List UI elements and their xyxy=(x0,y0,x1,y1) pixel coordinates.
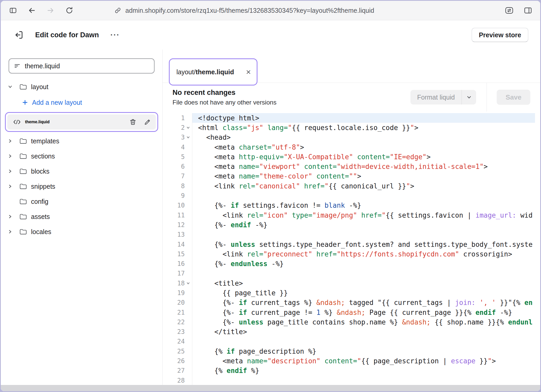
code-line-20[interactable]: {%- if current_tags %} &ndash; tagged "{… xyxy=(192,298,535,308)
code-line-26[interactable]: <meta name="description" content="{{ pag… xyxy=(192,356,535,366)
line-number: 1 xyxy=(181,114,185,122)
tree-item-config[interactable]: config xyxy=(1,194,162,209)
code-line-15[interactable]: <link rel="preconnect" href="https://fon… xyxy=(192,249,535,259)
tree-item-locales[interactable]: locales xyxy=(1,224,162,239)
fold-toggle-icon[interactable] xyxy=(185,123,192,132)
code-line-3[interactable]: <head> xyxy=(192,133,535,142)
code-line-23[interactable]: </title> xyxy=(192,327,535,337)
code-line-8[interactable]: <link rel="canonical" href="{{ canonical… xyxy=(192,181,535,191)
line-number: 17 xyxy=(177,270,185,277)
fold-spacer xyxy=(185,356,192,366)
fold-spacer xyxy=(185,172,192,181)
file-sidebar: layoutAdd a new layouttheme.liquidtempla… xyxy=(1,50,163,385)
tab-theme-liquid[interactable]: layout/theme.liquid × xyxy=(176,68,251,76)
code-line-16[interactable]: {%- endunless -%} xyxy=(192,259,535,268)
tab-close-icon[interactable]: × xyxy=(246,68,251,76)
code-line-4[interactable]: <meta charset="utf-8"> xyxy=(192,142,535,152)
tree-item-label: blocks xyxy=(31,168,50,175)
file-search-input[interactable] xyxy=(25,62,149,70)
tree-item-label: sections xyxy=(31,152,55,160)
save-button[interactable]: Save xyxy=(497,90,530,105)
fold-spacer xyxy=(185,288,192,298)
code-line-10[interactable]: {%- if settings.favicon != blank -%} xyxy=(192,201,535,210)
code-line-21[interactable]: {%- if current_page != 1 %} &ndash; Page… xyxy=(192,308,535,317)
back-button[interactable] xyxy=(26,4,38,16)
folder-icon xyxy=(20,138,27,144)
tree-item-templates[interactable]: templates xyxy=(1,133,162,149)
line-number: 4 xyxy=(181,144,185,151)
chevron-down-icon xyxy=(8,84,20,89)
line-number: 23 xyxy=(177,328,185,335)
code-line-19[interactable]: {{ page_title }} xyxy=(192,288,535,298)
code-line-9[interactable] xyxy=(192,191,535,200)
filter-icon xyxy=(14,63,21,69)
split-view-button[interactable] xyxy=(522,4,534,16)
line-number: 27 xyxy=(177,367,185,374)
fold-spacer xyxy=(185,298,192,308)
line-number: 9 xyxy=(181,192,185,199)
code-icon xyxy=(13,119,21,125)
code-line-13[interactable] xyxy=(192,230,535,240)
code-line-7[interactable]: <meta name="theme-color" content=""> xyxy=(192,172,535,181)
line-number: 19 xyxy=(177,289,185,297)
code-line-17[interactable] xyxy=(192,269,535,278)
exit-editor-button[interactable] xyxy=(13,29,25,41)
tree-item-sections[interactable]: sections xyxy=(1,149,162,164)
format-liquid-button[interactable]: Format liquid xyxy=(410,90,476,105)
file-search-box[interactable] xyxy=(9,58,155,74)
page-tools-button[interactable] xyxy=(503,4,515,16)
code-line-6[interactable]: <meta name="viewport" content="width=dev… xyxy=(192,162,535,171)
reload-button[interactable] xyxy=(63,4,75,16)
browser-chrome-right xyxy=(503,4,534,16)
fold-toggle-icon[interactable] xyxy=(185,133,192,142)
code-line-12[interactable]: {%- endif -%} xyxy=(192,220,535,230)
line-number: 6 xyxy=(181,163,185,170)
url-bar[interactable]: admin.shopify.com/store/rzq1xu-f5/themes… xyxy=(114,7,374,14)
preview-store-button[interactable]: Preview store xyxy=(472,28,528,42)
code-line-11[interactable]: <link rel="icon" type="image/png" href="… xyxy=(192,210,535,220)
page-tools-icon xyxy=(505,7,513,14)
code-line-27[interactable]: {% endif %} xyxy=(192,366,535,376)
forward-button[interactable] xyxy=(45,4,57,16)
sidebar-toggle-button[interactable] xyxy=(7,4,19,16)
tree-item-snippets[interactable]: snippets xyxy=(1,179,162,194)
tree-item-blocks[interactable]: blocks xyxy=(1,164,162,179)
more-menu-button[interactable]: ··· xyxy=(110,30,120,39)
line-number: 25 xyxy=(177,348,185,355)
file-annotation-highlight: theme.liquid xyxy=(5,112,158,132)
format-dropdown-toggle[interactable] xyxy=(462,90,476,105)
reload-icon xyxy=(65,7,73,14)
code-line-5[interactable]: <meta http-equiv="X-UA-Compatible" conte… xyxy=(192,152,535,162)
tree-item-label: assets xyxy=(31,213,50,220)
tree-item-layout[interactable]: layout xyxy=(1,79,162,94)
editor-main: layout/theme.liquid × No recent changes … xyxy=(163,50,540,385)
tab-annotation-highlight: layout/theme.liquid × xyxy=(169,58,257,85)
chevron-right-icon xyxy=(8,184,20,189)
code-line-1[interactable]: <!doctype html> xyxy=(192,113,535,123)
chevron-right-icon xyxy=(8,154,20,159)
add-new-layout-link[interactable]: Add a new layout xyxy=(1,94,162,111)
code-line-28[interactable] xyxy=(192,376,535,385)
folder-icon xyxy=(20,198,27,205)
code-line-2[interactable]: <html class="js" lang="{{ request.locale… xyxy=(192,123,535,132)
code-line-18[interactable]: <title> xyxy=(192,278,535,288)
code-line-25[interactable]: {% if page_description %} xyxy=(192,346,535,356)
code-editor[interactable]: 1234567891011121314151617181920212223242… xyxy=(163,112,540,385)
trash-icon[interactable] xyxy=(129,118,137,126)
code-line-24[interactable] xyxy=(192,337,535,346)
line-number: 26 xyxy=(177,357,185,365)
fold-spacer xyxy=(185,162,192,171)
tree-item-label: theme.liquid xyxy=(25,120,50,124)
code-line-14[interactable]: {%- unless settings.type_header_font.sys… xyxy=(192,240,535,249)
pencil-icon[interactable] xyxy=(144,118,151,126)
back-arrow-icon xyxy=(28,7,36,14)
line-number: 20 xyxy=(177,299,185,306)
fold-toggle-icon[interactable] xyxy=(185,278,192,288)
window-bottom-strip xyxy=(1,385,540,391)
code-line-22[interactable]: {%- unless page_title contains shop.name… xyxy=(192,317,535,327)
tree-item-assets[interactable]: assets xyxy=(1,209,162,224)
plus-icon xyxy=(22,99,28,106)
tree-item-theme.liquid[interactable]: theme.liquid xyxy=(7,114,156,130)
editor-code[interactable]: <!doctype html><html class="js" lang="{{… xyxy=(192,113,535,385)
split-view-icon xyxy=(524,7,532,14)
